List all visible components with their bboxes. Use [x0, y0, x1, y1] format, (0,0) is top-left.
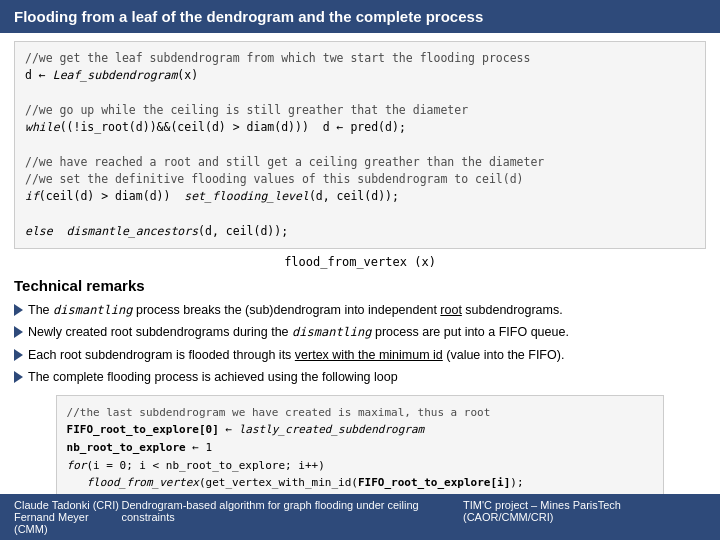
section-title: Technical remarks — [14, 277, 706, 294]
footer-center: Dendrogram-based algorithm for graph flo… — [122, 499, 464, 535]
bullet-arrow-icon — [14, 349, 23, 361]
code-comment: //the last subdendrogram we have created… — [67, 406, 491, 419]
bullet-arrow-icon — [14, 371, 23, 383]
footer-right: TIM'C project – Mines ParisTech (CAOR/CM… — [463, 499, 706, 535]
main-content: //we get the leaf subdendrogram from whi… — [0, 33, 720, 540]
list-item: The complete flooding process is achieve… — [14, 369, 706, 387]
bullet-arrow-icon — [14, 326, 23, 338]
list-item: Newly created root subdendrograms during… — [14, 324, 706, 342]
vertex-underline: vertex with the minimum id — [295, 348, 443, 362]
code-block-2: //the last subdendrogram we have created… — [56, 395, 665, 501]
code-line: //we set the definitive flooding values … — [25, 172, 524, 186]
root-underline: root — [440, 303, 462, 317]
bullet-text: The complete flooding process is achieve… — [28, 369, 398, 387]
footer-left: Claude Tadonki (CRI) Fernand Meyer (CMM) — [14, 499, 122, 535]
code-line: for(i = 0; i < nb_root_to_explore; i++) — [67, 459, 325, 472]
flood-label-text: flood_from_vertex (x) — [284, 255, 436, 269]
bullet-text: The dismantling process breaks the (sub)… — [28, 302, 563, 320]
bullet-arrow-icon — [14, 304, 23, 316]
code-line: else dismantle_ancestors(d, ceil(d)); — [25, 224, 288, 238]
code-block-1: //we get the leaf subdendrogram from whi… — [14, 41, 706, 249]
page-header: Flooding from a leaf of the dendrogram a… — [0, 0, 720, 33]
list-item: Each root subdendrogram is flooded throu… — [14, 347, 706, 365]
dismantling-code2: dismantling — [292, 325, 371, 339]
bullet-text: Each root subdendrogram is flooded throu… — [28, 347, 564, 365]
list-item: The dismantling process breaks the (sub)… — [14, 302, 706, 320]
code-line: nb_root_to_explore ← 1 — [67, 441, 213, 454]
code-line: if(ceil(d) > diam(d)) set_flooding_level… — [25, 189, 399, 203]
code-line: while((!is_root(d))&&(ceil(d) > diam(d))… — [25, 120, 406, 134]
bullet-list: The dismantling process breaks the (sub)… — [14, 302, 706, 387]
footer-author2: Fernand Meyer (CMM) — [14, 511, 89, 535]
footer-author1: Claude Tadonki (CRI) — [14, 499, 119, 511]
code-line: flood_from_vertex(get_vertex_with_min_id… — [67, 476, 524, 489]
page-footer: Claude Tadonki (CRI) Fernand Meyer (CMM)… — [0, 494, 720, 540]
code-line: FIFO_root_to_explore[0] ← lastly_created… — [67, 423, 425, 436]
flood-label: flood_from_vertex (x) — [14, 255, 706, 269]
code-line: //we have reached a root and still get a… — [25, 155, 544, 169]
code-line: d ← Leaf_subdendrogram(x) — [25, 68, 198, 82]
code-line: //we get the leaf subdendrogram from whi… — [25, 51, 530, 65]
dismantling-code: dismantling — [53, 303, 132, 317]
code-line: //we go up while the ceiling is still gr… — [25, 103, 468, 117]
bullet-text: Newly created root subdendrograms during… — [28, 324, 569, 342]
header-title: Flooding from a leaf of the dendrogram a… — [14, 8, 483, 25]
